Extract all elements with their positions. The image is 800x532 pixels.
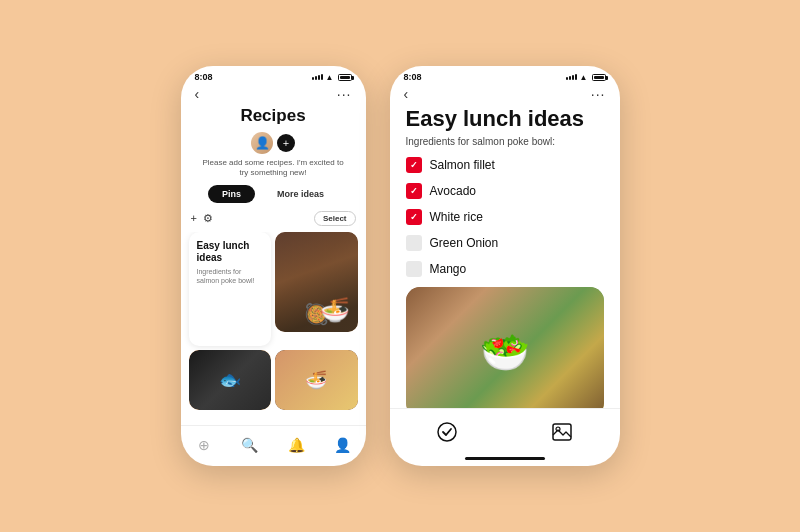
nav-bar-left: ‹ ··· (181, 84, 366, 106)
avatar: 👤 (251, 132, 273, 154)
ingredient-item-5[interactable]: Mango (406, 261, 604, 277)
ingredient-item-1[interactable]: ✓ Salmon fillet (406, 157, 604, 173)
more-button-left[interactable]: ··· (337, 86, 352, 102)
signal-icon-right (566, 74, 577, 80)
home-indicator-right (465, 457, 545, 460)
ingredient-name-4: Green Onion (430, 236, 499, 250)
status-bar-left: 8:08 ▲ (181, 66, 366, 84)
nav-bell[interactable]: 🔔 (281, 434, 311, 456)
checkmark-icon-3: ✓ (410, 212, 418, 222)
bottom-toolbar-right (390, 408, 620, 457)
ingredient-name-3: White rice (430, 210, 483, 224)
add-recipes-text: Please add some recipes. I'm excited to … (181, 158, 366, 179)
checkbox-mango[interactable] (406, 261, 422, 277)
bottom-nav-left: ⊕ 🔍 🔔 👤 (181, 425, 366, 466)
back-button-left[interactable]: ‹ (195, 86, 200, 102)
checkbox-green-onion[interactable] (406, 235, 422, 251)
status-time-left: 8:08 (195, 72, 213, 82)
checkmark-icon: ✓ (410, 160, 418, 170)
checkbox-avocado[interactable]: ✓ (406, 183, 422, 199)
ingredient-name-5: Mango (430, 262, 467, 276)
checkbox-salmon[interactable]: ✓ (406, 157, 422, 173)
filter-button[interactable]: ⚙ (203, 212, 213, 225)
pins-toolbar: + ⚙ Select (181, 211, 366, 226)
battery-icon (338, 74, 352, 81)
ingredients-label: Ingredients for salmon poke bowl: (406, 136, 604, 147)
signal-icon (312, 74, 323, 80)
tabs-row: Pins More ideas (181, 185, 366, 203)
right-content: Easy lunch ideas Ingredients for salmon … (390, 106, 620, 408)
pin-card-food2[interactable]: 🐟 (189, 350, 272, 410)
wifi-icon: ▲ (326, 73, 334, 82)
board-title: Easy lunch ideas (406, 106, 604, 132)
ingredient-item-3[interactable]: ✓ White rice (406, 209, 604, 225)
checkbox-white-rice[interactable]: ✓ (406, 209, 422, 225)
tab-more-ideas[interactable]: More ideas (263, 185, 338, 203)
food-bowl-image: 🥗 (406, 287, 604, 408)
page-title-left: Recipes (181, 106, 366, 126)
add-pin-button[interactable]: + (191, 212, 197, 224)
nav-profile[interactable]: 👤 (327, 434, 357, 456)
nav-bar-right: ‹ ··· (390, 84, 620, 106)
checkmark-icon-2: ✓ (410, 186, 418, 196)
image-button[interactable] (542, 417, 582, 447)
battery-icon-right (592, 74, 606, 81)
more-button-right[interactable]: ··· (591, 86, 606, 102)
pin-title: Easy lunch ideas (197, 240, 264, 264)
toolbar-left: + ⚙ (191, 212, 213, 225)
pin-desc: Ingredients for salmon poke bowl! (197, 267, 264, 285)
ingredient-item-4[interactable]: Green Onion (406, 235, 604, 251)
add-avatar-button[interactable]: + (277, 134, 295, 152)
status-icons-right: ▲ (566, 73, 606, 82)
ingredient-name-1: Salmon fillet (430, 158, 495, 172)
status-bar-right: 8:08 ▲ (390, 66, 620, 84)
nav-home[interactable]: ⊕ (189, 434, 219, 456)
pin-card-food1[interactable]: 🥘 (275, 232, 358, 332)
pins-grid: Easy lunch ideas Ingredients for salmon … (181, 232, 366, 425)
status-time-right: 8:08 (404, 72, 422, 82)
avatar-row: 👤 + (181, 132, 366, 154)
wifi-icon-right: ▲ (580, 73, 588, 82)
tab-pins[interactable]: Pins (208, 185, 255, 203)
left-phone: 8:08 ▲ ‹ ··· Recipes 👤 + (181, 66, 366, 466)
status-icons-left: ▲ (312, 73, 352, 82)
svg-point-0 (438, 423, 456, 441)
left-content: Recipes 👤 + Please add some recipes. I'm… (181, 106, 366, 425)
nav-search[interactable]: 🔍 (235, 434, 265, 456)
pin-card-easy-lunch[interactable]: Easy lunch ideas Ingredients for salmon … (189, 232, 272, 347)
pin-card-food3[interactable]: 🍜 (275, 350, 358, 410)
ingredient-name-2: Avocado (430, 184, 476, 198)
ingredient-item-2[interactable]: ✓ Avocado (406, 183, 604, 199)
bowl-emoji: 🥗 (480, 329, 530, 376)
back-button-right[interactable]: ‹ (404, 86, 409, 102)
check-done-button[interactable] (427, 417, 467, 447)
right-phone: 8:08 ▲ ‹ ··· Easy lunch ideas Ingredient… (390, 66, 620, 466)
select-button[interactable]: Select (314, 211, 356, 226)
